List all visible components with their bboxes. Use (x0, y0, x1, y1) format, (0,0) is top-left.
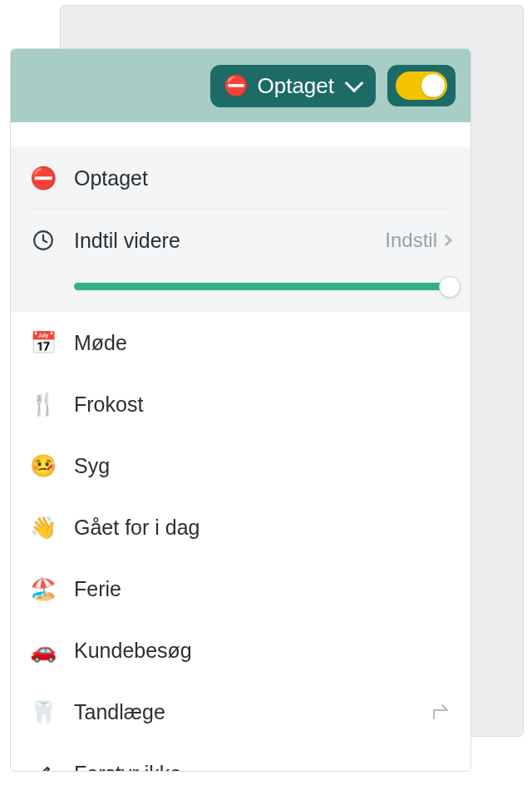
status-option-label: Gået for i dag (74, 516, 451, 540)
status-option-vacation[interactable]: 🏖️ Ferie (11, 558, 470, 620)
wave-icon: 👋 (31, 515, 56, 541)
duration-configure-label: Indstil (385, 229, 437, 252)
current-status-label: Optaget (74, 166, 451, 190)
status-option-label: Syg (74, 454, 451, 478)
status-option-label: Møde (74, 331, 451, 355)
status-dropdown-label: Optaget (257, 73, 334, 99)
header-gap (11, 122, 470, 147)
availability-toggle[interactable] (396, 72, 447, 100)
status-option-label: Frokost (74, 393, 451, 417)
sick-face-icon: 🤒 (31, 453, 56, 479)
status-option-left-for-day[interactable]: 👋 Gået for i dag (11, 496, 470, 558)
duration-configure[interactable]: Indstil (385, 229, 451, 252)
status-option-do-not-disturb[interactable]: Forstyr ikke (11, 743, 470, 772)
car-icon: 🚗 (31, 638, 56, 664)
status-option-sick[interactable]: 🤒 Syg (11, 435, 470, 496)
chevron-right-icon (441, 235, 452, 246)
duration-slider[interactable] (74, 283, 451, 290)
duration-label: Indtil videre (74, 229, 367, 253)
status-option-meeting[interactable]: 📅 Møde (11, 312, 470, 373)
no-entry-icon: ⛔ (31, 165, 56, 191)
pencil-icon (31, 763, 56, 772)
no-entry-icon: ⛔ (224, 74, 249, 97)
status-dropdown[interactable]: ⛔ Optaget (210, 65, 376, 107)
current-status-block: ⛔ Optaget Indtil videre Indstil (11, 147, 470, 312)
status-panel: ⛔ Optaget ⛔ Optaget (10, 48, 471, 772)
clock-icon (31, 230, 56, 251)
tooth-icon: 🦷 (31, 699, 56, 725)
forward-icon (431, 702, 451, 722)
status-option-lunch[interactable]: 🍴 Frokost (11, 373, 470, 435)
status-option-label: Forstyr ikke (74, 762, 451, 773)
calendar-icon: 📅 (31, 330, 56, 356)
chevron-down-icon (345, 74, 364, 93)
slider-thumb[interactable] (439, 276, 461, 298)
status-option-label: Kundebesøg (74, 639, 451, 663)
current-status-row[interactable]: ⛔ Optaget (11, 147, 470, 209)
status-options-list: 📅 Møde 🍴 Frokost 🤒 Syg 👋 Gået for i dag … (11, 312, 470, 772)
toggle-knob (421, 74, 445, 97)
status-option-dentist[interactable]: 🦷 Tandlæge (11, 681, 470, 743)
beach-icon: 🏖️ (31, 576, 56, 602)
cutlery-icon: 🍴 (31, 392, 56, 417)
status-option-customer-visit[interactable]: 🚗 Kundebesøg (11, 620, 470, 681)
duration-slider-row (11, 271, 470, 312)
panel-header: ⛔ Optaget (11, 49, 470, 122)
availability-toggle-wrap (387, 65, 456, 106)
status-option-label: Tandlæge (74, 700, 412, 724)
duration-row[interactable]: Indtil videre Indstil (11, 210, 470, 271)
status-option-label: Ferie (74, 577, 451, 601)
